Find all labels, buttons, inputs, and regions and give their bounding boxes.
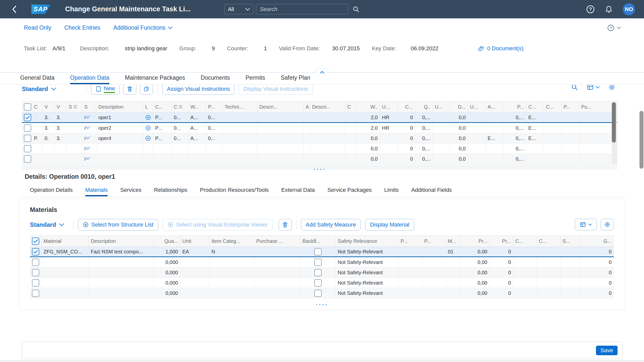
documents-link[interactable]: 0 Document(s): [478, 45, 523, 52]
read-only-button[interactable]: Read Only: [24, 24, 51, 31]
tab-documents[interactable]: Documents: [201, 74, 230, 84]
table-row[interactable]: 0,000Not Safety-Relevant0,0000: [30, 267, 614, 278]
tab-operation-data[interactable]: Operation Data: [70, 74, 109, 84]
row-checkbox[interactable]: [314, 269, 322, 276]
search-input[interactable]: [260, 6, 345, 13]
tab-permits[interactable]: Permits: [245, 74, 265, 84]
row-checkbox[interactable]: [314, 279, 322, 287]
tab-limits[interactable]: Limits: [384, 187, 399, 196]
cell: 0,000: [154, 257, 180, 267]
row-checkbox[interactable]: [24, 145, 31, 152]
add-icon[interactable]: [145, 125, 151, 131]
cell: [143, 154, 153, 164]
add-icon[interactable]: [145, 135, 151, 141]
search-icon[interactable]: [353, 6, 360, 13]
help-icon[interactable]: ?: [586, 5, 595, 14]
new-operation-button[interactable]: New: [91, 85, 120, 95]
table-view-settings[interactable]: [587, 85, 600, 90]
search-scope-select[interactable]: All: [225, 4, 253, 14]
table-row[interactable]: 3.3.oper2P...0...A...0...2,0HR00,...0,00…: [22, 123, 617, 133]
materials-view-settings[interactable]: [575, 219, 597, 230]
resize-grip[interactable]: ....: [22, 165, 617, 170]
column-header: G...: [580, 236, 614, 247]
select-all-checkbox-cell[interactable]: [22, 101, 32, 112]
materials-settings-gear-button[interactable]: [601, 219, 614, 230]
operations-scrollbar[interactable]: [612, 101, 617, 164]
select-all-checkbox-cell[interactable]: [30, 236, 41, 247]
tab-external-data[interactable]: External Data: [281, 187, 315, 196]
table-search-icon[interactable]: [571, 85, 578, 91]
row-checkbox[interactable]: [32, 290, 39, 297]
row-checkbox[interactable]: [32, 238, 39, 245]
avatar[interactable]: NO: [623, 3, 635, 15]
page-help-menu[interactable]: ?: [607, 24, 621, 31]
select-from-structure-list-button[interactable]: Select from Structure List: [78, 219, 158, 231]
cell: [257, 123, 304, 133]
table-row[interactable]: ZFG_NSM_CO...Fazi NSM test compo...1,000…: [30, 247, 614, 257]
tab-maintenance-packages[interactable]: Maintenance Packages: [125, 74, 185, 84]
tab-general-data[interactable]: General Data: [20, 74, 55, 84]
table-row[interactable]: 0,000,...0,00,...: [22, 144, 617, 154]
row-checkbox[interactable]: [32, 248, 39, 255]
save-button[interactable]: Save: [596, 346, 618, 355]
column-header: C: [172, 101, 188, 112]
cell: 0...: [172, 133, 188, 143]
materials-view-select[interactable]: Standard: [30, 221, 64, 228]
add-icon[interactable]: [145, 114, 151, 120]
shell-search[interactable]: [256, 4, 349, 14]
row-checkbox[interactable]: [32, 259, 39, 266]
additional-functions-menu[interactable]: Additional Functions: [113, 24, 173, 31]
cell: 0: [580, 267, 614, 278]
cell: 0,...: [503, 154, 526, 164]
cell: 0: [580, 278, 614, 288]
assign-visual-instructions-button[interactable]: Assign Visual Instructions: [162, 85, 235, 95]
operations-view-select[interactable]: Standard: [22, 85, 56, 93]
table-row[interactable]: 0,000Not Safety-Relevant0,0000: [30, 278, 614, 288]
back-icon[interactable]: [11, 5, 18, 14]
display-material-button[interactable]: Display Material: [365, 219, 414, 231]
table-row[interactable]: 0,000,...0,00,...: [22, 154, 617, 164]
row-checkbox[interactable]: [24, 155, 31, 163]
notifications-bell-icon[interactable]: [605, 5, 613, 14]
resize-grip[interactable]: ....: [30, 301, 614, 305]
tab-services[interactable]: Services: [120, 187, 141, 196]
row-checkbox[interactable]: [32, 279, 39, 287]
row-checkbox[interactable]: [24, 103, 31, 111]
table-settings-gear-icon[interactable]: [608, 85, 615, 91]
row-checkbox[interactable]: [314, 290, 322, 297]
tab-additional-fields[interactable]: Additional Fields: [411, 187, 452, 196]
tab-operation-details[interactable]: Operation Details: [30, 187, 73, 196]
row-checkbox[interactable]: [24, 114, 31, 121]
column-header: S: [82, 101, 96, 112]
cell: [55, 144, 67, 154]
row-checkbox[interactable]: [314, 259, 322, 266]
tab-safety-plan[interactable]: Safety Plan: [281, 74, 310, 84]
page-scrollbar[interactable]: [639, 0, 644, 362]
cell: [380, 144, 398, 154]
row-checkbox[interactable]: [24, 135, 31, 142]
copy-operation-button[interactable]: [140, 85, 153, 95]
tab-materials[interactable]: Materials: [85, 187, 108, 196]
check-entries-button[interactable]: Check Entries: [64, 24, 100, 31]
delete-operation-button[interactable]: [123, 85, 136, 95]
cell: [32, 144, 42, 154]
column-header: C...: [153, 101, 172, 112]
row-checkbox[interactable]: [32, 269, 39, 276]
delete-material-button[interactable]: [279, 219, 292, 231]
row-checkbox[interactable]: [24, 124, 31, 132]
column-header: C: [32, 101, 42, 112]
field-label: Counter:: [227, 45, 248, 52]
field-label: Task List:: [24, 45, 47, 52]
table-row[interactable]: P.0.3.oper4P...0...A...0...0,000,...0,0E…: [22, 133, 617, 144]
row-checkbox[interactable]: [314, 248, 322, 255]
cell: A...: [188, 113, 206, 122]
table-row[interactable]: 0,000Not Safety-Relevant0,0000: [30, 288, 614, 298]
tab-service-packages[interactable]: Service Packages: [327, 187, 372, 196]
table-row[interactable]: 3.3.oper1P...0...A...0...2,0HR00,...0,00…: [22, 113, 617, 123]
add-safety-measure-button[interactable]: Add Safety Measure: [301, 219, 361, 231]
cell: EA: [180, 247, 209, 256]
cell: [544, 144, 562, 154]
tab-relationships[interactable]: Relationships: [154, 187, 187, 196]
tab-production-resources-tools[interactable]: Production Resources/Tools: [200, 187, 269, 196]
table-row[interactable]: 0,000Not Safety-Relevant0,0000: [30, 257, 614, 267]
